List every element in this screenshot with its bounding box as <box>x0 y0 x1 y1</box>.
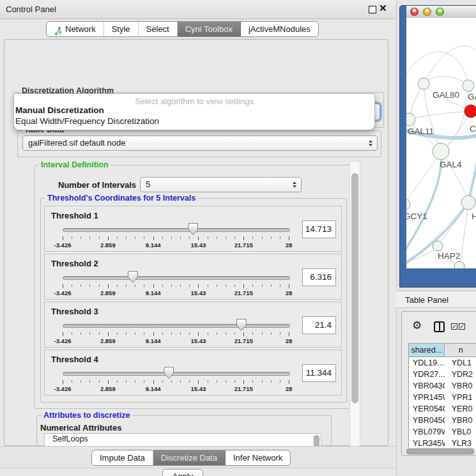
slider-track[interactable] <box>63 276 290 280</box>
network-node-green[interactable] <box>463 80 474 91</box>
network-view-canvas[interactable]: GAL80GACGAL11GAL4GCY1HHAP2 <box>406 18 476 268</box>
tab-impute-data[interactable]: Impute Data <box>92 450 153 465</box>
apply-button[interactable]: Apply <box>162 469 203 476</box>
close-traffic-light-icon[interactable] <box>410 8 418 16</box>
tab-select[interactable]: Select <box>139 22 178 36</box>
slider-tick <box>135 380 135 383</box>
slider-tick <box>144 284 144 287</box>
dropdown-item-manual-discretization[interactable]: Manual Discretization <box>15 105 104 115</box>
network-node-pink[interactable] <box>418 78 429 89</box>
slider-thumb[interactable] <box>236 319 247 331</box>
table-data-combobox[interactable]: galFiltered.sif default node <box>22 135 378 151</box>
cell-name: YBL0 <box>445 426 476 438</box>
thresholds-group-title: Threshold's Coordinates for 5 Intervals <box>45 194 197 203</box>
network-node-green[interactable] <box>433 241 443 251</box>
slider-track[interactable] <box>63 324 290 328</box>
table-panel-titlebar: Table Panel <box>396 291 476 308</box>
cell-shared-name: YDR27... <box>409 369 445 380</box>
slider-tick <box>126 236 127 239</box>
table-row[interactable]: YDR27...YDR2 <box>409 369 476 380</box>
network-edge[interactable] <box>468 149 476 203</box>
network-node-green[interactable] <box>406 113 415 126</box>
tab-network[interactable]: Network <box>47 22 104 36</box>
slider-tick <box>189 236 190 239</box>
table-row[interactable]: YBR043CYBR0 <box>409 380 476 392</box>
slider-thumb[interactable] <box>164 367 174 379</box>
threshold-label: Threshold 1 <box>51 211 98 220</box>
float-window-icon[interactable] <box>369 6 376 13</box>
tab-infer-network[interactable]: Infer Network <box>226 450 290 465</box>
threshold-value-field[interactable]: 6.316 <box>302 268 336 286</box>
network-edge[interactable] <box>406 151 441 253</box>
zoom-traffic-light-icon[interactable] <box>436 8 444 16</box>
scrollbar-thumb[interactable] <box>406 449 474 454</box>
column-header-shared-name[interactable]: shared... <box>409 344 445 357</box>
cell-name: YDR2 <box>445 369 476 380</box>
slider-thumb[interactable] <box>188 223 198 235</box>
table-row[interactable]: YBR045CYBR0 <box>409 415 476 426</box>
slider-tick <box>63 332 63 336</box>
tab-jactivemnodules[interactable]: jActiveMNodules <box>241 22 318 36</box>
slider-tick <box>271 236 272 239</box>
network-node-red[interactable] <box>464 105 476 118</box>
threshold-panel: Threshold 3-3.4262.8599.14415.4321.71528… <box>44 302 342 348</box>
slider-tick <box>280 284 280 287</box>
slider-track[interactable] <box>63 372 290 376</box>
threshold-value-field[interactable]: 21.4 <box>302 316 336 334</box>
network-edge[interactable] <box>409 111 471 119</box>
slider-tick <box>117 332 118 335</box>
network-node-label: H <box>472 211 476 221</box>
slider-track[interactable] <box>63 228 290 232</box>
minimize-traffic-light-icon[interactable] <box>423 8 431 16</box>
network-edge[interactable] <box>424 77 468 86</box>
slider-tick <box>81 332 81 335</box>
network-node-green[interactable] <box>433 143 449 160</box>
threshold-value-field[interactable]: 11.344 <box>302 364 336 382</box>
tab-discretize-data[interactable]: Discretize Data <box>153 450 226 465</box>
threshold-value-field[interactable]: 14.713 <box>302 220 336 238</box>
network-edge[interactable] <box>406 151 441 204</box>
numerical-attributes-label: Numerical Attributes <box>40 423 121 433</box>
slider-tick-label: -3.426 <box>54 289 72 296</box>
network-edge[interactable] <box>406 52 468 86</box>
scrollbar-thumb[interactable] <box>351 173 358 403</box>
network-edge[interactable] <box>424 46 476 84</box>
split-table-icon[interactable] <box>434 321 445 332</box>
number-of-intervals-combobox[interactable]: 5 <box>140 177 302 192</box>
network-node-green[interactable] <box>461 196 475 210</box>
slider-tick-label: 15.43 <box>191 242 206 249</box>
network-node-green[interactable] <box>406 199 410 210</box>
slider-tick <box>117 236 118 239</box>
slider-tick <box>108 380 109 384</box>
slider-tick <box>153 332 154 336</box>
tab-style[interactable]: Style <box>104 22 139 36</box>
screenshot-root: Control Panel ✕ Network Style Select Cyn… <box>0 0 476 476</box>
table-row[interactable]: YPR145WYPR1 <box>409 392 476 403</box>
tab-cyni-toolbox[interactable]: Cyni Toolbox <box>178 22 241 36</box>
table-row[interactable]: YBL079WYBL0 <box>409 426 476 438</box>
dropdown-hint: Select algorithm to view settings <box>14 96 374 106</box>
network-node-label: GAL4 <box>440 160 462 169</box>
cell-shared-name: YBL079W <box>409 426 445 438</box>
network-edge[interactable] <box>441 151 468 203</box>
close-icon[interactable]: ✕ <box>379 3 387 14</box>
slider-tick <box>262 332 263 335</box>
attribute-list-item[interactable]: SelfLoops <box>45 434 321 445</box>
table-row[interactable]: YDL19...YDL1 <box>409 357 476 369</box>
column-header-name[interactable]: n <box>445 344 476 357</box>
table-row[interactable]: YER054CYER0 <box>409 403 476 415</box>
slider-tick <box>63 380 63 384</box>
checkbox-icon[interactable]: ✓ <box>451 323 457 330</box>
gear-icon[interactable]: ⚙ <box>412 319 422 332</box>
slider-tick-label: 15.43 <box>191 289 206 296</box>
slider-tick <box>72 236 72 239</box>
table-hscrollbar[interactable] <box>405 448 475 454</box>
cell-name: YER0 <box>445 403 476 415</box>
slider-tick <box>89 236 90 239</box>
dropdown-item-equal-width-frequency[interactable]: Equal Width/Frequency Discretization <box>15 116 159 126</box>
checkbox-icon[interactable]: ✓ <box>459 323 465 330</box>
slider-thumb[interactable] <box>128 271 138 283</box>
network-node-green[interactable] <box>454 261 464 268</box>
settings-scrollbar[interactable] <box>349 161 360 466</box>
slider-tick-label: 9.144 <box>146 242 161 249</box>
